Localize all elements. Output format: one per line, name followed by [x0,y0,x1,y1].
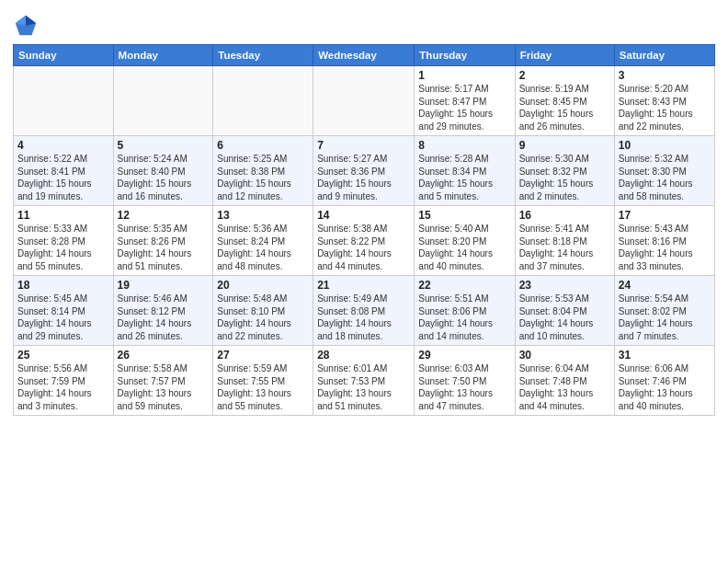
calendar-cell: 20Sunrise: 5:48 AM Sunset: 8:10 PM Dayli… [213,276,313,346]
day-number: 23 [519,279,610,292]
day-number: 15 [418,209,510,222]
calendar-cell: 25Sunrise: 5:56 AM Sunset: 7:59 PM Dayli… [14,346,114,416]
day-number: 20 [217,279,309,292]
calendar-cell: 15Sunrise: 5:40 AM Sunset: 8:20 PM Dayli… [415,206,515,276]
calendar-cell [113,66,213,136]
calendar-cell: 10Sunrise: 5:32 AM Sunset: 8:30 PM Dayli… [614,136,714,206]
day-info: Sunrise: 5:58 AM Sunset: 7:57 PM Dayligh… [118,362,210,412]
day-info: Sunrise: 5:32 AM Sunset: 8:30 PM Dayligh… [619,153,711,202]
calendar-week-2: 11Sunrise: 5:33 AM Sunset: 8:28 PM Dayli… [14,206,715,276]
day-number: 27 [217,349,309,362]
day-info: Sunrise: 6:04 AM Sunset: 7:48 PM Dayligh… [519,362,610,412]
day-number: 24 [619,279,711,292]
day-number: 7 [317,139,410,152]
day-info: Sunrise: 5:36 AM Sunset: 8:24 PM Dayligh… [217,223,309,272]
calendar-cell: 4Sunrise: 5:22 AM Sunset: 8:41 PM Daylig… [14,136,114,206]
calendar-cell: 26Sunrise: 5:58 AM Sunset: 7:57 PM Dayli… [113,346,213,416]
day-info: Sunrise: 5:24 AM Sunset: 8:40 PM Dayligh… [118,153,210,202]
calendar-cell: 12Sunrise: 5:35 AM Sunset: 8:26 PM Dayli… [113,206,213,276]
day-number: 26 [118,349,210,362]
calendar-cell: 24Sunrise: 5:54 AM Sunset: 8:02 PM Dayli… [614,276,714,346]
day-info: Sunrise: 5:27 AM Sunset: 8:36 PM Dayligh… [317,153,410,202]
day-info: Sunrise: 5:28 AM Sunset: 8:34 PM Dayligh… [418,153,510,202]
day-number: 25 [17,349,109,362]
day-number: 28 [317,349,410,362]
day-info: Sunrise: 5:46 AM Sunset: 8:12 PM Dayligh… [118,293,210,342]
calendar-cell: 16Sunrise: 5:41 AM Sunset: 8:18 PM Dayli… [515,206,614,276]
calendar-cell: 31Sunrise: 6:06 AM Sunset: 7:46 PM Dayli… [614,346,714,416]
day-info: Sunrise: 5:17 AM Sunset: 8:47 PM Dayligh… [418,83,510,132]
calendar-table: SundayMondayTuesdayWednesdayThursdayFrid… [13,44,715,416]
day-info: Sunrise: 5:30 AM Sunset: 8:32 PM Dayligh… [519,153,610,202]
day-number: 12 [118,209,210,222]
header-saturday: Saturday [614,45,714,66]
day-info: Sunrise: 6:01 AM Sunset: 7:53 PM Dayligh… [317,362,410,412]
day-info: Sunrise: 5:35 AM Sunset: 8:26 PM Dayligh… [118,223,210,272]
header-sunday: Sunday [14,45,114,66]
day-number: 18 [17,279,109,292]
day-info: Sunrise: 5:48 AM Sunset: 8:10 PM Dayligh… [217,293,309,342]
calendar-cell: 14Sunrise: 5:38 AM Sunset: 8:22 PM Dayli… [313,206,415,276]
day-number: 9 [519,139,610,152]
day-info: Sunrise: 5:51 AM Sunset: 8:06 PM Dayligh… [418,293,510,342]
page: SundayMondayTuesdayWednesdayThursdayFrid… [0,0,728,563]
calendar-cell: 17Sunrise: 5:43 AM Sunset: 8:16 PM Dayli… [614,206,714,276]
calendar-week-0: 1Sunrise: 5:17 AM Sunset: 8:47 PM Daylig… [14,66,715,136]
calendar-cell: 1Sunrise: 5:17 AM Sunset: 8:47 PM Daylig… [415,66,515,136]
day-info: Sunrise: 6:03 AM Sunset: 7:50 PM Dayligh… [418,362,510,412]
logo [13,13,40,39]
day-info: Sunrise: 5:49 AM Sunset: 8:08 PM Dayligh… [317,293,410,342]
day-info: Sunrise: 5:38 AM Sunset: 8:22 PM Dayligh… [317,223,410,272]
day-number: 8 [418,139,510,152]
header-tuesday: Tuesday [213,45,313,66]
header-thursday: Thursday [415,45,515,66]
day-number: 6 [217,139,309,152]
calendar-cell: 22Sunrise: 5:51 AM Sunset: 8:06 PM Dayli… [415,276,515,346]
day-number: 2 [519,69,610,82]
calendar-cell: 5Sunrise: 5:24 AM Sunset: 8:40 PM Daylig… [113,136,213,206]
day-info: Sunrise: 5:19 AM Sunset: 8:45 PM Dayligh… [519,83,610,132]
calendar-cell [313,66,415,136]
calendar-cell: 27Sunrise: 5:59 AM Sunset: 7:55 PM Dayli… [213,346,313,416]
calendar-cell: 23Sunrise: 5:53 AM Sunset: 8:04 PM Dayli… [515,276,614,346]
calendar-cell: 6Sunrise: 5:25 AM Sunset: 8:38 PM Daylig… [213,136,313,206]
day-number: 16 [519,209,610,222]
calendar-cell: 18Sunrise: 5:45 AM Sunset: 8:14 PM Dayli… [14,276,114,346]
calendar-cell: 29Sunrise: 6:03 AM Sunset: 7:50 PM Dayli… [415,346,515,416]
day-number: 10 [619,139,711,152]
day-info: Sunrise: 5:43 AM Sunset: 8:16 PM Dayligh… [619,223,711,272]
calendar-cell: 3Sunrise: 5:20 AM Sunset: 8:43 PM Daylig… [614,66,714,136]
day-info: Sunrise: 5:22 AM Sunset: 8:41 PM Dayligh… [17,153,109,202]
calendar-cell: 11Sunrise: 5:33 AM Sunset: 8:28 PM Dayli… [14,206,114,276]
calendar-cell [14,66,114,136]
calendar-cell: 2Sunrise: 5:19 AM Sunset: 8:45 PM Daylig… [515,66,614,136]
day-info: Sunrise: 5:56 AM Sunset: 7:59 PM Dayligh… [17,362,109,412]
calendar-cell: 30Sunrise: 6:04 AM Sunset: 7:48 PM Dayli… [515,346,614,416]
calendar-cell [213,66,313,136]
day-number: 21 [317,279,410,292]
header-monday: Monday [113,45,213,66]
day-info: Sunrise: 5:59 AM Sunset: 7:55 PM Dayligh… [217,362,309,412]
calendar-header-row: SundayMondayTuesdayWednesdayThursdayFrid… [14,45,715,66]
day-info: Sunrise: 6:06 AM Sunset: 7:46 PM Dayligh… [619,362,711,412]
calendar-cell: 9Sunrise: 5:30 AM Sunset: 8:32 PM Daylig… [515,136,614,206]
day-number: 11 [17,209,109,222]
day-number: 31 [619,349,711,362]
header-wednesday: Wednesday [313,45,415,66]
header [13,9,715,39]
day-number: 13 [217,209,309,222]
day-info: Sunrise: 5:33 AM Sunset: 8:28 PM Dayligh… [17,223,109,272]
calendar-week-4: 25Sunrise: 5:56 AM Sunset: 7:59 PM Dayli… [14,346,715,416]
day-info: Sunrise: 5:40 AM Sunset: 8:20 PM Dayligh… [418,223,510,272]
day-info: Sunrise: 5:53 AM Sunset: 8:04 PM Dayligh… [519,293,610,342]
day-number: 17 [619,209,711,222]
calendar-cell: 21Sunrise: 5:49 AM Sunset: 8:08 PM Dayli… [313,276,415,346]
day-number: 1 [418,69,510,82]
day-number: 22 [418,279,510,292]
calendar-cell: 7Sunrise: 5:27 AM Sunset: 8:36 PM Daylig… [313,136,415,206]
day-number: 30 [519,349,610,362]
calendar-cell: 19Sunrise: 5:46 AM Sunset: 8:12 PM Dayli… [113,276,213,346]
header-friday: Friday [515,45,614,66]
calendar-cell: 28Sunrise: 6:01 AM Sunset: 7:53 PM Dayli… [313,346,415,416]
calendar-week-1: 4Sunrise: 5:22 AM Sunset: 8:41 PM Daylig… [14,136,715,206]
